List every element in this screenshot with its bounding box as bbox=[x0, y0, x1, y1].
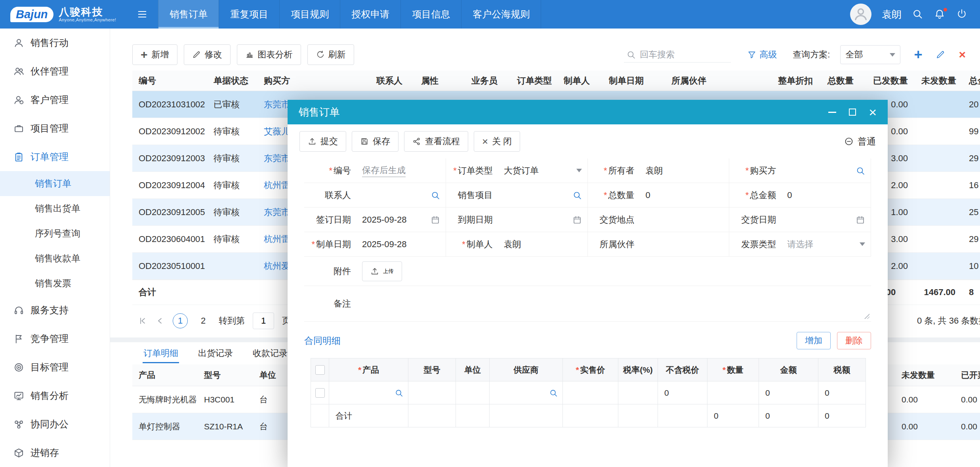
column-header[interactable]: 单位 bbox=[253, 370, 285, 381]
contract-line-row[interactable]: 0 0 0 bbox=[311, 381, 866, 404]
total-qty-field[interactable]: 0 bbox=[640, 183, 730, 207]
column-header[interactable]: 总金额 bbox=[963, 75, 980, 87]
nav-tab-authorization[interactable]: 授权申请 bbox=[340, 0, 400, 29]
column-header[interactable]: 总数量 bbox=[821, 75, 867, 87]
invoice-type-select[interactable]: 请选择 bbox=[782, 232, 871, 256]
remark-textarea[interactable] bbox=[357, 286, 871, 321]
column-header[interactable]: 属性 bbox=[415, 75, 465, 87]
buyer-lookup-field[interactable] bbox=[782, 158, 871, 183]
close-dialog-button[interactable]: ×关 闭 bbox=[474, 131, 520, 152]
refresh-button[interactable]: 刷新 bbox=[307, 44, 354, 65]
tab-order-detail[interactable]: 订单明细 bbox=[143, 343, 179, 363]
resize-handle-icon[interactable] bbox=[863, 312, 869, 319]
sidebar-subitem-serial-query[interactable]: 序列号查询 bbox=[0, 221, 110, 246]
scheme-select[interactable]: 全部 bbox=[840, 45, 900, 64]
delete-line-button[interactable]: 删除 bbox=[837, 332, 871, 349]
nav-tab-public-pool-rules[interactable]: 客户公海规则 bbox=[461, 0, 541, 29]
chart-analysis-button[interactable]: 图表分析 bbox=[237, 44, 301, 65]
calendar-icon[interactable] bbox=[572, 215, 582, 225]
submit-button[interactable]: 提交 bbox=[299, 131, 346, 152]
supplier-lookup-cell[interactable] bbox=[489, 381, 562, 404]
view-flow-button[interactable]: 查看流程 bbox=[404, 131, 468, 152]
order-type-select[interactable]: 大货订单 bbox=[498, 158, 588, 183]
sidebar-item-service-support[interactable]: 服务支持 bbox=[0, 296, 110, 324]
contact-lookup-field[interactable] bbox=[357, 183, 446, 207]
tax-rate-cell[interactable] bbox=[618, 381, 658, 404]
delivery-date-field[interactable] bbox=[782, 208, 871, 232]
nav-tab-sales-order[interactable]: 销售订单 bbox=[158, 0, 219, 29]
notification-bell-icon[interactable] bbox=[934, 8, 946, 20]
tab-shipment-record[interactable]: 出货记录 bbox=[197, 343, 234, 363]
nav-tab-project-rules[interactable]: 项目规则 bbox=[279, 0, 340, 29]
calendar-icon[interactable] bbox=[856, 215, 865, 225]
total-amount-field[interactable]: 0 bbox=[782, 183, 871, 207]
search-icon[interactable] bbox=[549, 389, 558, 397]
add-line-button[interactable]: 增加 bbox=[797, 332, 831, 349]
sidebar-item-sales-analysis[interactable]: 销售分析 bbox=[0, 381, 110, 410]
owner-field[interactable]: 袁朗 bbox=[640, 158, 730, 183]
search-icon[interactable] bbox=[572, 191, 582, 200]
sales-project-lookup-field[interactable] bbox=[498, 183, 588, 207]
column-header[interactable]: 单据状态 bbox=[207, 75, 257, 87]
edit-scheme-icon[interactable] bbox=[936, 50, 945, 59]
due-date-field[interactable] bbox=[498, 208, 588, 232]
save-button[interactable]: 保存 bbox=[352, 131, 398, 152]
column-header[interactable]: 编号 bbox=[132, 75, 207, 87]
column-header[interactable]: 制单日期 bbox=[602, 75, 665, 87]
nav-tab-project-info[interactable]: 项目信息 bbox=[400, 0, 461, 29]
sidebar-subitem-sales-order[interactable]: 销售订单 bbox=[0, 171, 110, 196]
clear-scheme-icon[interactable]: × bbox=[959, 49, 966, 61]
column-header[interactable]: 业务员 bbox=[465, 75, 511, 87]
user-name[interactable]: 袁朗 bbox=[882, 8, 902, 21]
sidebar-subitem-sales-invoice[interactable]: 销售发票 bbox=[0, 271, 110, 296]
add-scheme-icon[interactable]: + bbox=[914, 48, 922, 62]
column-header[interactable]: 未发数量 bbox=[915, 75, 963, 87]
column-header[interactable]: 购买方 bbox=[257, 75, 370, 87]
sidebar-subitem-sales-shipment[interactable]: 销售出货单 bbox=[0, 196, 110, 221]
amount-cell[interactable]: 0 bbox=[759, 381, 818, 404]
add-order-button[interactable]: +新增 bbox=[132, 44, 177, 65]
sidebar-item-competition-mgmt[interactable]: 竞争管理 bbox=[0, 324, 110, 353]
column-header[interactable]: 型号 bbox=[198, 370, 253, 381]
row-checkbox[interactable] bbox=[315, 388, 325, 398]
search-icon[interactable] bbox=[856, 166, 865, 175]
page-button-2[interactable]: 2 bbox=[196, 313, 211, 328]
sidebar-item-order-mgmt[interactable]: 订单管理 bbox=[0, 143, 110, 171]
tax-amount-cell[interactable]: 0 bbox=[818, 381, 866, 404]
column-header[interactable]: 整单折扣 bbox=[772, 75, 821, 87]
search-input[interactable] bbox=[640, 50, 728, 60]
upload-button[interactable]: 上传 bbox=[362, 261, 402, 281]
unit-cell[interactable] bbox=[456, 381, 489, 404]
select-all-checkbox[interactable] bbox=[315, 365, 325, 375]
goto-page-input[interactable] bbox=[253, 313, 274, 329]
column-header[interactable]: 所属伙伴 bbox=[665, 75, 772, 87]
product-lookup-cell[interactable] bbox=[329, 381, 408, 404]
nav-tab-repeat-project[interactable]: 重复项目 bbox=[219, 0, 279, 29]
column-header[interactable]: 产品 bbox=[132, 370, 198, 381]
order-no-field[interactable]: 保存后生成 bbox=[357, 158, 446, 183]
sidebar-item-collaboration[interactable]: 协同办公 bbox=[0, 410, 110, 438]
search-icon[interactable] bbox=[395, 389, 403, 397]
price-cell[interactable] bbox=[562, 381, 618, 404]
sidebar-item-target-mgmt[interactable]: 目标管理 bbox=[0, 353, 110, 381]
sign-date-field[interactable]: 2025-09-28 bbox=[357, 208, 446, 232]
sidebar-item-sales-action[interactable]: 销售行动 bbox=[0, 29, 110, 57]
column-header[interactable]: 订单类型 bbox=[511, 75, 557, 87]
menu-toggle-icon[interactable] bbox=[126, 0, 158, 29]
maker-field[interactable]: 袁朗 bbox=[498, 232, 588, 256]
edit-order-button[interactable]: 修改 bbox=[184, 44, 231, 65]
column-header[interactable]: 已开票数 bbox=[955, 370, 980, 381]
maximize-icon[interactable] bbox=[849, 109, 856, 116]
close-icon[interactable]: × bbox=[869, 105, 877, 119]
column-header[interactable]: 未发数量 bbox=[895, 370, 955, 381]
no-tax-price-cell[interactable]: 0 bbox=[658, 381, 707, 404]
qty-cell[interactable] bbox=[707, 381, 759, 404]
model-cell[interactable] bbox=[408, 381, 456, 404]
search-icon[interactable] bbox=[912, 8, 924, 20]
page-button-1[interactable]: 1 bbox=[173, 313, 188, 328]
mode-toggle[interactable]: 普通 bbox=[844, 135, 876, 148]
first-page-icon[interactable] bbox=[138, 316, 147, 326]
column-header[interactable]: 联系人 bbox=[370, 75, 415, 87]
make-date-field[interactable]: 2025-09-28 bbox=[357, 232, 446, 256]
minimize-icon[interactable] bbox=[828, 112, 836, 113]
